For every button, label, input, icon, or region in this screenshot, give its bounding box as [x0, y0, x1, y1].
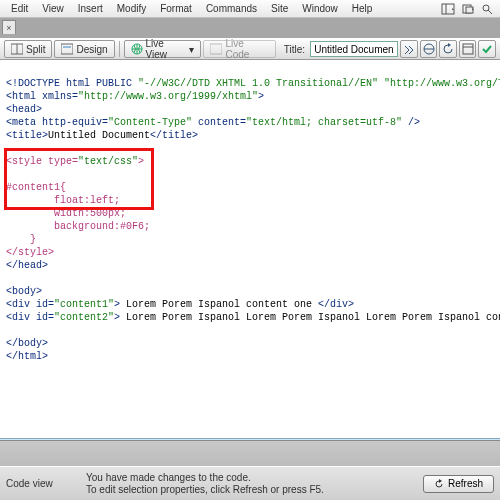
code-editor[interactable]: <!DOCTYPE html PUBLIC "-//W3C//DTD XHTML…: [0, 60, 500, 440]
refresh-arrow-icon: [434, 479, 444, 489]
main-menu-bar: Edit View Insert Modify Format Commands …: [0, 0, 500, 18]
preview-globe-icon[interactable]: [420, 40, 438, 58]
document-toolbar: Split Design Live View ▾ Live Code Title…: [0, 38, 500, 60]
layout-icon[interactable]: [440, 2, 456, 16]
menu-commands[interactable]: Commands: [199, 1, 264, 16]
refresh-label: Refresh: [448, 478, 483, 489]
svg-rect-4: [466, 7, 473, 13]
live-view-button[interactable]: Live View ▾: [124, 40, 202, 58]
document-title-input[interactable]: [310, 41, 398, 57]
design-view-button[interactable]: Design: [54, 40, 114, 58]
design-label: Design: [76, 44, 107, 55]
liveview-label: Live View: [146, 38, 187, 60]
panel-gap: [0, 440, 500, 466]
globe-icon: [131, 43, 143, 55]
split-view-button[interactable]: Split: [4, 40, 52, 58]
svg-marker-18: [439, 479, 442, 483]
livecode-label: Live Code: [225, 38, 268, 60]
svg-marker-15: [448, 43, 451, 47]
menu-modify[interactable]: Modify: [110, 1, 153, 16]
menu-window[interactable]: Window: [295, 1, 345, 16]
livecode-icon: [210, 43, 222, 55]
chevron-down-icon: ▾: [189, 44, 194, 55]
view-options-icon[interactable]: [459, 40, 477, 58]
properties-bar: Code view You have made changes to the c…: [0, 466, 500, 500]
split-label: Split: [26, 44, 45, 55]
refresh-button[interactable]: Refresh: [423, 475, 494, 493]
svg-rect-16: [463, 44, 473, 54]
design-icon: [61, 43, 73, 55]
svg-rect-11: [63, 46, 71, 48]
check-icon[interactable]: [478, 40, 496, 58]
menu-edit[interactable]: Edit: [4, 1, 35, 16]
document-tab-strip: ×: [0, 18, 500, 34]
menu-site[interactable]: Site: [264, 1, 295, 16]
gutter-baseline: [0, 438, 500, 440]
document-tab-close[interactable]: ×: [2, 20, 16, 34]
menu-view[interactable]: View: [35, 1, 71, 16]
file-management-icon[interactable]: [400, 40, 418, 58]
status-message: You have made changes to the code. To ed…: [86, 472, 403, 496]
svg-rect-10: [61, 44, 73, 54]
live-code-button[interactable]: Live Code: [203, 40, 275, 58]
status-view-label: Code view: [6, 478, 66, 489]
title-label: Title:: [284, 44, 305, 55]
menu-help[interactable]: Help: [345, 1, 380, 16]
extend-icon[interactable]: [460, 2, 476, 16]
refresh-icon[interactable]: [439, 40, 457, 58]
menu-format[interactable]: Format: [153, 1, 199, 16]
svg-rect-13: [210, 44, 222, 54]
code-content: <!DOCTYPE html PUBLIC "-//W3C//DTD XHTML…: [0, 60, 500, 380]
svg-line-7: [488, 10, 492, 14]
split-icon: [11, 43, 23, 55]
search-icon[interactable]: [480, 2, 496, 16]
menu-insert[interactable]: Insert: [71, 1, 110, 16]
